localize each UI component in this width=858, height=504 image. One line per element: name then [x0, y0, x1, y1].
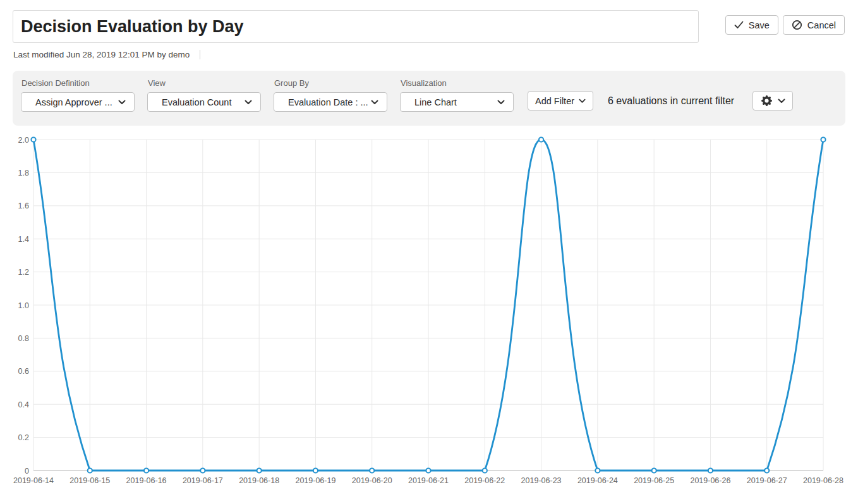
- data-point-marker[interactable]: [144, 468, 148, 472]
- chevron-down-icon: [579, 99, 586, 104]
- view-value: Evaluation Count: [162, 97, 231, 107]
- group-by-control: Group By Evaluation Date : ...: [274, 78, 387, 112]
- chevron-down-icon: [497, 100, 505, 105]
- cancel-button[interactable]: Cancel: [783, 15, 845, 35]
- data-point-marker[interactable]: [764, 468, 769, 472]
- view-select[interactable]: Evaluation Count: [147, 92, 261, 112]
- add-filter-button[interactable]: Add Filter: [528, 91, 593, 111]
- data-point-marker[interactable]: [88, 468, 92, 472]
- last-modified-line: Last modified Jun 28, 2019 12:01 PM by d…: [13, 49, 200, 59]
- y-tick-label: 0.8: [18, 334, 29, 343]
- x-tick-label: 2019-06-27: [747, 476, 787, 485]
- chevron-down-icon: [245, 100, 252, 105]
- data-point-marker[interactable]: [313, 468, 318, 472]
- chevron-down-icon: [778, 99, 785, 104]
- ban-icon: [792, 20, 802, 30]
- group-by-label: Group By: [274, 78, 387, 88]
- x-tick-label: 2019-06-26: [690, 476, 730, 485]
- x-tick-label: 2019-06-28: [803, 476, 843, 485]
- group-by-value: Evaluation Date : ...: [288, 97, 368, 107]
- data-point-marker[interactable]: [595, 468, 600, 472]
- y-tick-label: 1.6: [18, 201, 29, 210]
- instance-count: 6 evaluations in current filter: [608, 91, 734, 111]
- chevron-down-icon: [371, 100, 378, 105]
- data-point-marker[interactable]: [31, 137, 35, 141]
- meta-divider: [200, 50, 200, 59]
- x-tick-label: 2019-06-19: [295, 476, 335, 485]
- group-by-select[interactable]: Evaluation Date : ...: [274, 92, 387, 112]
- header-actions: Save Cancel: [725, 15, 845, 35]
- decision-definition-select[interactable]: Assign Approver ...: [21, 92, 135, 112]
- x-tick-label: 2019-06-23: [521, 476, 562, 485]
- view-control: View Evaluation Count: [147, 78, 261, 112]
- y-tick-label: 0.2: [18, 433, 29, 442]
- last-modified-text: Last modified Jun 28, 2019 12:01 PM by d…: [13, 50, 190, 59]
- x-tick-label: 2019-06-15: [69, 476, 110, 485]
- configuration-button[interactable]: [752, 91, 793, 111]
- data-point-marker[interactable]: [370, 468, 374, 472]
- visualization-value: Line Chart: [414, 97, 457, 107]
- y-tick-label: 0.6: [18, 367, 29, 376]
- y-tick-label: 1.0: [18, 301, 29, 310]
- data-point-marker[interactable]: [426, 468, 430, 472]
- y-tick-label: 2.0: [18, 136, 29, 145]
- decision-definition-value: Assign Approver ...: [35, 97, 112, 107]
- save-button[interactable]: Save: [725, 15, 778, 35]
- data-point-marker[interactable]: [257, 468, 262, 472]
- visualization-control: Visualization Line Chart: [400, 78, 514, 112]
- data-point-marker[interactable]: [200, 468, 205, 472]
- y-tick-label: 1.8: [18, 169, 29, 177]
- decision-definition-control: Decision Definition Assign Approver ...: [21, 78, 135, 112]
- visualization-label: Visualization: [401, 78, 514, 88]
- chevron-down-icon: [118, 100, 126, 105]
- x-tick-label: 2019-06-24: [577, 476, 618, 485]
- x-tick-label: 2019-06-21: [408, 476, 449, 485]
- add-filter-label: Add Filter: [535, 96, 574, 106]
- check-icon: [734, 21, 744, 29]
- x-tick-label: 2019-06-14: [13, 476, 54, 485]
- evaluation-line-chart: 00.20.40.60.81.01.21.41.61.82.02019-06-1…: [0, 129, 858, 504]
- data-point-marker[interactable]: [652, 468, 656, 472]
- y-tick-label: 1.4: [18, 235, 29, 244]
- y-tick-label: 0.4: [18, 400, 29, 409]
- configuration-bar: Decision Definition Assign Approver ... …: [13, 71, 845, 126]
- x-tick-label: 2019-06-22: [464, 476, 505, 485]
- data-point-marker[interactable]: [539, 137, 543, 141]
- y-tick-label: 1.2: [18, 268, 29, 277]
- x-tick-label: 2019-06-25: [634, 476, 674, 485]
- data-point-marker[interactable]: [708, 468, 713, 472]
- cancel-button-label: Cancel: [807, 20, 836, 30]
- view-label: View: [148, 78, 261, 88]
- x-tick-label: 2019-06-18: [239, 476, 279, 485]
- x-tick-label: 2019-06-16: [126, 476, 167, 485]
- report-title-input[interactable]: [13, 10, 699, 43]
- decision-definition-label: Decision Definition: [21, 78, 135, 88]
- save-button-label: Save: [749, 20, 770, 30]
- data-point-marker[interactable]: [483, 468, 487, 472]
- data-point-marker[interactable]: [821, 137, 825, 141]
- visualization-select[interactable]: Line Chart: [400, 92, 514, 112]
- gear-icon: [761, 95, 772, 106]
- x-tick-label: 2019-06-20: [352, 476, 392, 485]
- x-tick-label: 2019-06-17: [183, 476, 223, 485]
- y-tick-label: 0: [25, 467, 29, 476]
